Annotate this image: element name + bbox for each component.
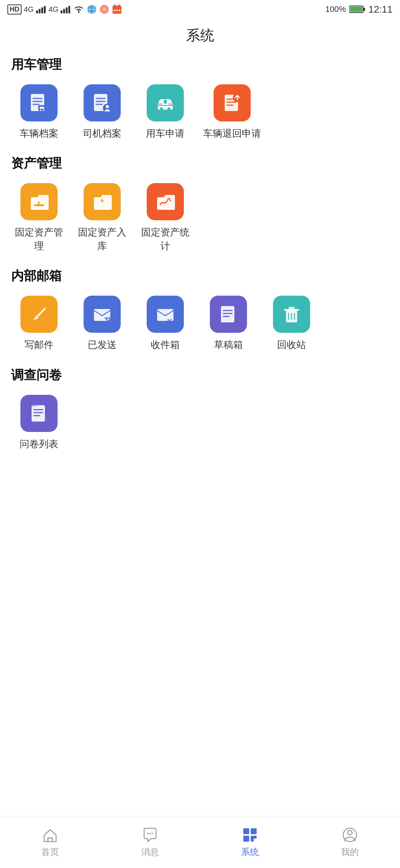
battery-percent: 100% xyxy=(325,4,346,14)
svg-rect-40 xyxy=(164,100,167,104)
sent-mail-label: 已发送 xyxy=(88,338,117,351)
questionnaire-icon xyxy=(20,395,58,432)
svg-rect-54 xyxy=(94,309,110,321)
svg-rect-53 xyxy=(102,199,103,203)
section-vehicle: 用车管理 车辆档案 xyxy=(11,56,389,140)
svg-rect-71 xyxy=(48,838,52,842)
svg-rect-75 xyxy=(243,828,249,834)
vehicle-files-icon xyxy=(20,84,58,121)
inbox-label: 收件箱 xyxy=(151,338,180,351)
drafts-item[interactable]: 草稿箱 xyxy=(201,296,256,351)
svg-point-38 xyxy=(160,107,163,110)
inbox-item[interactable]: 收件箱 xyxy=(137,296,193,351)
svg-rect-20 xyxy=(119,10,120,11)
section-title-assets: 资产管理 xyxy=(11,155,389,172)
section-title-mail: 内部邮箱 xyxy=(11,267,389,285)
svg-rect-70 xyxy=(32,405,37,407)
svg-rect-19 xyxy=(116,10,118,11)
globe-icon xyxy=(87,4,97,14)
svg-rect-18 xyxy=(114,10,115,11)
svg-rect-15 xyxy=(113,6,121,9)
bottom-nav: 首页 消息 系统 我的 xyxy=(0,816,400,868)
vehicle-files-label: 车辆档案 xyxy=(20,127,58,140)
nav-system[interactable]: 系统 xyxy=(213,827,287,858)
calendar-icon xyxy=(112,4,122,14)
vehicle-apply-icon xyxy=(147,84,184,121)
inbox-icon xyxy=(147,296,184,333)
svg-rect-6 xyxy=(66,7,68,13)
section-mail: 内部邮箱 写邮件 xyxy=(11,267,389,351)
svg-rect-37 xyxy=(158,105,173,106)
svg-rect-41 xyxy=(158,103,162,105)
trash-icon xyxy=(273,296,310,333)
nav-mine-label: 我的 xyxy=(341,846,359,858)
fixed-assets-stats-item[interactable]: 固定资产统计 xyxy=(137,183,193,253)
signal-4g-1: 4G xyxy=(24,5,34,14)
fixed-assets-in-item[interactable]: 固定资产入库 xyxy=(74,183,130,253)
nav-messages[interactable]: 消息 xyxy=(113,827,187,858)
svg-point-81 xyxy=(348,830,352,835)
fixed-assets-mgmt-label: 固定资产管理 xyxy=(11,225,67,253)
write-mail-icon xyxy=(20,296,58,333)
svg-rect-1 xyxy=(39,9,40,13)
fixed-assets-in-label: 固定资产入库 xyxy=(74,225,130,253)
main-content: 用车管理 车辆档案 xyxy=(0,56,400,525)
write-mail-item[interactable]: 写邮件 xyxy=(11,296,67,351)
home-icon xyxy=(42,827,58,843)
fixed-assets-in-icon xyxy=(84,183,121,220)
trash-label: 回收站 xyxy=(277,338,306,351)
trash-item[interactable]: 回收站 xyxy=(264,296,319,351)
vehicle-grid: 车辆档案 司机档案 xyxy=(11,84,389,140)
svg-point-72 xyxy=(147,833,149,834)
fixed-assets-mgmt-item[interactable]: 固定资产管理 xyxy=(11,183,67,253)
svg-rect-42 xyxy=(168,103,173,105)
svg-rect-56 xyxy=(221,306,234,322)
vehicle-files-item[interactable]: 车辆档案 xyxy=(11,84,67,140)
status-bar-right: 100% 12:11 xyxy=(325,4,393,15)
nav-mine[interactable]: 我的 xyxy=(313,827,387,858)
svg-rect-62 xyxy=(289,307,295,310)
svg-point-74 xyxy=(152,833,153,834)
nav-messages-label: 消息 xyxy=(141,846,159,858)
driver-files-item[interactable]: 司机档案 xyxy=(74,84,130,140)
fixed-assets-stats-icon xyxy=(147,183,184,220)
svg-rect-77 xyxy=(243,836,249,842)
signal-4g-2: 4G xyxy=(49,5,59,14)
status-bar-left: HD 4G 4G xyxy=(7,4,122,14)
nav-home-label: 首页 xyxy=(41,846,59,858)
svg-point-73 xyxy=(149,833,151,834)
svg-point-13 xyxy=(103,7,106,11)
survey-grid: 问卷列表 xyxy=(11,395,389,451)
time: 12:11 xyxy=(368,4,393,15)
questionnaire-list-item[interactable]: 问卷列表 xyxy=(11,395,67,451)
svg-rect-16 xyxy=(114,4,116,7)
vehicle-return-item[interactable]: 车辆退回申请 xyxy=(201,84,264,140)
message-icon xyxy=(142,827,158,843)
status-bar: HD 4G 4G xyxy=(0,0,400,19)
svg-rect-76 xyxy=(251,828,257,834)
vehicle-return-label: 车辆退回申请 xyxy=(203,127,261,140)
section-assets: 资产管理 固定资产管理 xyxy=(11,155,389,253)
section-survey: 调查问卷 问卷列表 xyxy=(11,367,389,451)
nav-home[interactable]: 首页 xyxy=(13,827,87,858)
driver-files-icon xyxy=(84,84,121,121)
svg-point-39 xyxy=(168,107,170,110)
svg-rect-7 xyxy=(68,6,70,13)
svg-rect-5 xyxy=(63,9,65,13)
svg-point-30 xyxy=(43,110,44,111)
svg-rect-0 xyxy=(36,10,38,13)
sent-mail-icon xyxy=(84,296,121,333)
questionnaire-label: 问卷列表 xyxy=(20,437,58,451)
svg-rect-23 xyxy=(350,7,362,12)
sent-mail-item[interactable]: 已发送 xyxy=(74,296,130,351)
svg-rect-66 xyxy=(32,405,45,422)
assets-grid: 固定资产管理 固定资产入库 xyxy=(11,183,389,253)
vehicle-return-icon xyxy=(214,84,251,121)
svg-rect-78 xyxy=(251,836,254,842)
signal-bars-2 xyxy=(61,5,71,13)
vehicle-apply-item[interactable]: 用车申请 xyxy=(137,84,193,140)
svg-rect-22 xyxy=(363,8,365,11)
flower-icon xyxy=(99,4,110,14)
vehicle-apply-label: 用车申请 xyxy=(146,127,185,140)
wifi-icon xyxy=(73,5,84,13)
